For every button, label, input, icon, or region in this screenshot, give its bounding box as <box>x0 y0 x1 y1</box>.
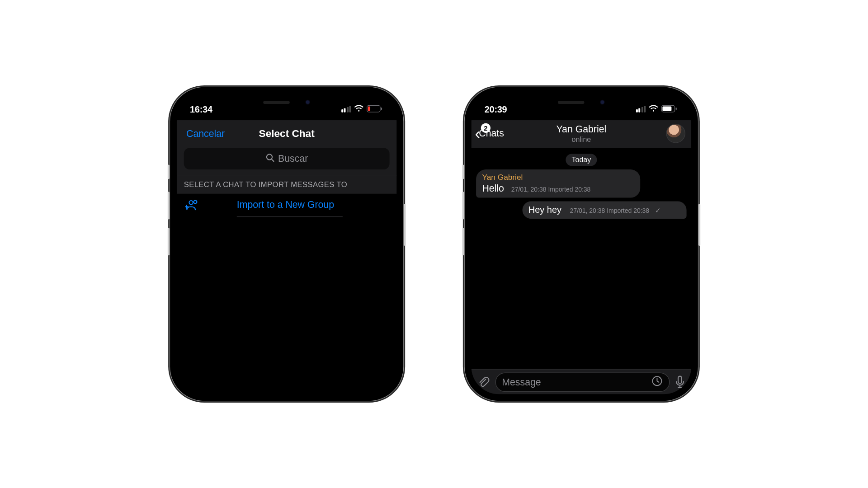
wifi-icon <box>649 103 658 114</box>
import-new-group-row[interactable]: Import to a New Group <box>177 193 397 217</box>
contact-name: Yan Gabriel <box>556 123 606 134</box>
svg-rect-2 <box>381 107 382 109</box>
clock-icon[interactable] <box>651 375 663 389</box>
svg-rect-11 <box>676 107 677 109</box>
chat-area[interactable]: Today Yan Gabriel Hello 27/01, 20:38 Imp… <box>471 148 691 369</box>
chat-nav-header: 2 ‹ Chats Yan Gabriel online <box>471 120 691 148</box>
import-new-group-label: Import to a New Group <box>237 200 334 211</box>
screen: 20:39 2 ‹ Chats <box>471 94 691 394</box>
paperclip-icon[interactable] <box>477 375 491 389</box>
section-header: SELECT A CHAT TO IMPORT MESSAGES TO <box>177 175 397 193</box>
message-meta: 27/01, 20:38 Imported 20:38 <box>570 207 649 215</box>
power-button[interactable] <box>698 204 700 246</box>
svg-point-6 <box>194 200 197 203</box>
status-time: 16:34 <box>190 103 212 114</box>
svg-line-4 <box>271 159 274 161</box>
message-text: Hello <box>482 183 504 195</box>
search-placeholder: Buscar <box>278 153 308 164</box>
message-input-bar: Message <box>471 369 691 394</box>
mute-switch[interactable] <box>462 164 464 179</box>
svg-rect-10 <box>662 106 671 111</box>
mute-switch[interactable] <box>168 164 170 179</box>
message-meta: 27/01, 20:38 Imported 20:38 <box>511 186 590 193</box>
volume-up-button[interactable] <box>462 192 464 219</box>
message-in[interactable]: Yan Gabriel Hello 27/01, 20:38 Imported … <box>476 169 640 198</box>
volume-down-button[interactable] <box>462 228 464 255</box>
power-button[interactable] <box>404 204 406 246</box>
nav-title: Select Chat <box>259 128 315 140</box>
notch <box>533 94 629 110</box>
date-separator: Today <box>476 154 687 165</box>
message-sender: Yan Gabriel <box>482 173 634 183</box>
wifi-icon <box>354 103 363 114</box>
message-out[interactable]: Hey hey 27/01, 20:38 Imported 20:38 ✓ <box>523 202 687 219</box>
nav-header: Cancelar Select Chat Buscar <box>177 120 397 175</box>
cellular-icon <box>636 105 646 112</box>
volume-down-button[interactable] <box>168 228 170 255</box>
avatar[interactable] <box>666 124 685 143</box>
notch <box>239 94 335 110</box>
phone-right: 20:39 2 ‹ Chats <box>464 87 699 402</box>
check-icon: ✓ <box>655 207 660 215</box>
cancel-button[interactable]: Cancelar <box>186 129 225 140</box>
battery-icon <box>367 103 382 114</box>
message-input[interactable]: Message <box>495 372 670 392</box>
contact-status: online <box>556 135 606 144</box>
group-add-icon <box>185 199 207 212</box>
svg-rect-1 <box>368 106 370 111</box>
screen: 16:34 Cancelar Select Chat <box>177 94 397 394</box>
unread-badge: 2 <box>481 123 491 133</box>
volume-up-button[interactable] <box>168 192 170 219</box>
svg-point-5 <box>189 200 193 204</box>
battery-icon <box>661 103 677 114</box>
message-placeholder: Message <box>502 376 541 387</box>
search-icon <box>265 153 274 164</box>
svg-rect-13 <box>678 376 682 383</box>
microphone-icon[interactable] <box>675 375 685 389</box>
contact-header[interactable]: Yan Gabriel online <box>556 123 606 143</box>
phone-left: 16:34 Cancelar Select Chat <box>170 87 404 402</box>
message-text: Hey hey <box>528 205 561 216</box>
cellular-icon <box>341 105 351 112</box>
search-input[interactable]: Buscar <box>184 148 390 169</box>
status-time: 20:39 <box>485 103 507 114</box>
back-button[interactable]: 2 ‹ Chats <box>475 126 504 141</box>
